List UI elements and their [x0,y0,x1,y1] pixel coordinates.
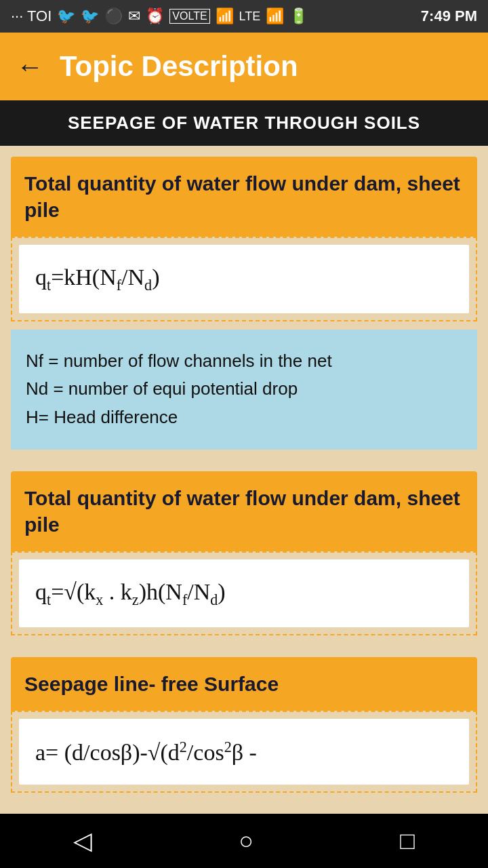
section-1-formula-wrapper: qt=kH(Nf/Nd) [11,237,477,321]
wifi-icon: 📶 [216,7,234,25]
info-line-1: Nf = number of flow channels in the net [26,347,462,376]
carrier-text: ··· TOI [11,7,52,25]
section-2-block: Total quantity of water flow under dam, … [11,471,477,644]
section-2-header: Total quantity of water flow under dam, … [11,471,477,551]
app-header: ← Topic Description [0,33,488,100]
volte-text: VOLTE [169,9,209,24]
mail-icon: ✉ [128,7,140,25]
section-3-formula-box: a= (d/cosβ)-√(d2/cos2β - [19,719,469,784]
section-3-formula-wrapper: a= (d/cosβ)-√(d2/cos2β - [11,711,477,792]
status-left-icons: ··· TOI 🐦 🐦 ⚫ ✉ ⏰ VOLTE 📶 LTE 📶 🔋 [11,7,308,25]
section-2-formula-wrapper: qt=√(kx . kz)h(Nf/Nd) [11,551,477,636]
page-title: Topic Description [60,50,298,83]
section-3-title: Seepage line- free Surface [24,673,279,695]
info-line-2: Nd = number of equi potential drop [26,375,462,403]
time-display: 7:49 PM [421,7,477,25]
recents-nav-button[interactable]: □ [400,827,415,855]
section-1-formula: qt=kH(Nf/Nd) [35,264,159,290]
topic-title-bar: SEEPAGE OF WATER THROUGH SOILS [0,100,488,146]
alarm-icon: ⏰ [146,7,164,25]
twitter-icon: 🐦 [57,7,75,25]
status-bar: ··· TOI 🐦 🐦 ⚫ ✉ ⏰ VOLTE 📶 LTE 📶 🔋 7:49 P… [0,0,488,33]
home-nav-button[interactable]: ○ [239,827,253,855]
back-nav-button[interactable]: ◁ [73,827,92,855]
section-2-title: Total quantity of water flow under dam, … [24,487,460,536]
back-button[interactable]: ← [16,52,43,82]
bottom-navigation: ◁ ○ □ [0,814,488,868]
section-1-header: Total quantity of water flow under dam, … [11,157,477,237]
section-2-formula-box: qt=√(kx . kz)h(Nf/Nd) [19,559,469,628]
topic-title-text: SEEPAGE OF WATER THROUGH SOILS [68,113,420,133]
circle-icon: ⚫ [104,7,123,25]
section-1-info-box: Nf = number of flow channels in the net … [11,330,477,450]
signal-icon: 📶 [266,7,284,25]
section-2-formula: qt=√(kx . kz)h(Nf/Nd) [35,579,226,604]
info-line-3: H= Head difference [26,403,462,432]
main-content: Total quantity of water flow under dam, … [0,146,488,825]
section-1-formula-box: qt=kH(Nf/Nd) [19,245,469,313]
section-1-block: Total quantity of water flow under dam, … [11,157,477,458]
lte-icon: LTE [239,9,261,24]
twitter-icon-2: 🐦 [81,7,99,25]
battery-icon: 🔋 [289,7,308,25]
section-3-block: Seepage line- free Surface a= (d/cosβ)-√… [11,657,477,800]
section-3-header: Seepage line- free Surface [11,657,477,711]
section-3-formula: a= (d/cosβ)-√(d2/cos2β - [35,740,257,765]
section-1-title: Total quantity of water flow under dam, … [24,172,460,221]
